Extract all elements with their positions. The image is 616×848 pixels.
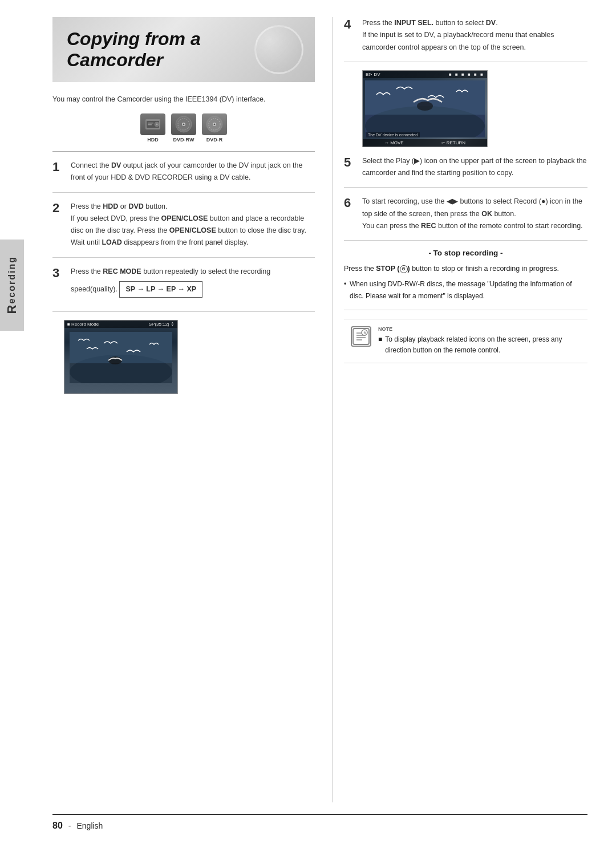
note-text: To display playback related icons on the… — [385, 334, 581, 356]
page-number: 80 — [52, 821, 63, 831]
stop-section: - To stop recording - Press the STOP (⊙)… — [344, 249, 587, 310]
mode-formula: SP → LP → EP → XP — [119, 281, 202, 298]
note-bullet: ■ To display playback related icons on t… — [378, 334, 581, 356]
page: Recording Copying from a Camcorder You m… — [0, 0, 616, 848]
step-6-number: 6 — [344, 196, 355, 232]
page-footer: 80 - English — [52, 814, 587, 831]
step-1-content: Connect the DV output jack of your camco… — [71, 160, 315, 184]
left-column: Copying from a Camcorder You may control… — [52, 17, 315, 802]
svg-point-9 — [183, 124, 185, 125]
step-2-number: 2 — [52, 201, 64, 249]
screen-2-bottombar: ↔ MOVE ⤺ RETURN — [363, 139, 487, 147]
screen-1-birds — [64, 329, 177, 386]
screen-2-birds — [363, 79, 487, 139]
svg-point-17 — [108, 356, 122, 364]
svg-rect-4 — [148, 123, 153, 124]
screen-mockup-2: B⊳ DV ■ ■ ■ ■ ■ ■ — [362, 70, 488, 147]
divider-1 — [52, 151, 315, 152]
main-content: Copying from a Camcorder You may control… — [24, 0, 616, 848]
page-title: Copying from a Camcorder — [67, 29, 301, 71]
step-4: 4 Press the INPUT SEL. button to select … — [344, 17, 587, 62]
screen-mockup-1: ■ Record Mode SP(35:12) ⇕ — [64, 320, 178, 394]
stop-bullet: When using DVD-RW/-R discs, the message … — [344, 278, 587, 302]
two-column-layout: Copying from a Camcorder You may control… — [52, 17, 587, 802]
dvd-r-label: DVD-R — [206, 137, 223, 143]
svg-point-13 — [214, 124, 216, 125]
step-5: 5 Select the Play (▶) icon on the upper … — [344, 155, 587, 188]
note-icon-shape: ✎ — [351, 326, 371, 347]
note-box: ✎ NOTE ■ To display playback related ico… — [344, 319, 587, 363]
screen-mockup-2-wrapper: B⊳ DV ■ ■ ■ ■ ■ ■ — [362, 70, 587, 147]
svg-text:✎: ✎ — [363, 331, 367, 336]
step-2: 2 Press the HDD or DVD button. If you se… — [52, 201, 315, 258]
hdd-icon: HDD — [140, 113, 165, 143]
step-3-content: Press the REC MODE button repeatedly to … — [71, 266, 315, 304]
screen-2-caption: The DV device is connected — [366, 132, 420, 137]
svg-point-3 — [156, 124, 158, 125]
svg-point-21 — [417, 102, 433, 111]
sidebar-recording: Recording — [0, 240, 24, 331]
hdd-shape — [140, 113, 165, 135]
sidebar-label: Recording — [5, 256, 19, 314]
step-4-number: 4 — [344, 17, 355, 54]
step-5-content: Select the Play (▶) icon on the upper pa… — [362, 155, 587, 180]
intro-text: You may control the Camcorder using the … — [52, 94, 315, 105]
step-6: 6 To start recording, use the ◀▶ buttons… — [344, 196, 587, 241]
stop-title: - To stop recording - — [344, 249, 587, 257]
step-3: 3 Press the REC MODE button repeatedly t… — [52, 266, 315, 313]
right-column: 4 Press the INPUT SEL. button to select … — [332, 17, 587, 802]
title-box: Copying from a Camcorder — [52, 17, 315, 82]
note-icon: ✎ — [351, 326, 371, 347]
screen-2-topbar: B⊳ DV ■ ■ ■ ■ ■ ■ — [363, 71, 487, 78]
device-icons-row: HDD DVD-RW — [52, 113, 315, 143]
dvd-rw-label: DVD-RW — [173, 137, 194, 143]
step-3-number: 3 — [52, 266, 64, 304]
screen-mockup-1-wrapper: ■ Record Mode SP(35:12) ⇕ — [64, 320, 315, 394]
step-4-content: Press the INPUT SEL. button to select DV… — [362, 17, 587, 54]
dvd-rw-icon: DVD-RW — [171, 113, 196, 143]
svg-rect-5 — [148, 124, 152, 125]
dvd-r-shape — [202, 113, 227, 135]
stop-circle-icon: ⊙ — [400, 265, 408, 273]
step-1-number: 1 — [52, 160, 64, 184]
page-language-text: English — [76, 821, 103, 830]
step-5-number: 5 — [344, 155, 355, 180]
hdd-label: HDD — [147, 137, 159, 143]
dvd-r-icon: DVD-R — [202, 113, 227, 143]
stop-content: Press the STOP (⊙) button to stop or fin… — [344, 263, 587, 302]
dvd-rw-shape — [171, 113, 196, 135]
step-1: 1 Connect the DV output jack of your cam… — [52, 160, 315, 193]
note-label: NOTE — [378, 326, 581, 332]
screen-1-topbar: ■ Record Mode SP(35:12) ⇕ — [64, 320, 177, 328]
page-language: - — [68, 821, 71, 830]
step-6-content: To start recording, use the ◀▶ buttons t… — [362, 196, 587, 232]
step-2-content: Press the HDD or DVD button. If you sele… — [71, 201, 315, 249]
note-text-area: NOTE ■ To display playback related icons… — [378, 326, 581, 356]
